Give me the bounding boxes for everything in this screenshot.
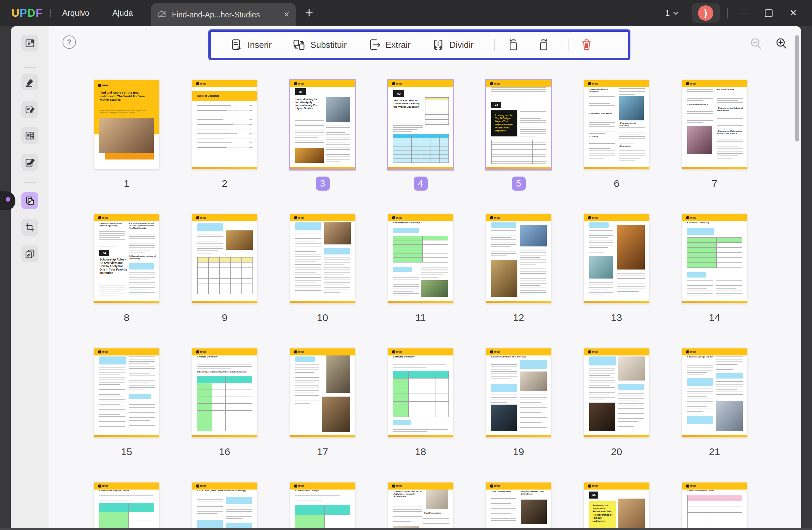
thumb-footer — [388, 167, 453, 169]
thumb-block-tx: • Pharmacology & Toxicology — [619, 122, 646, 126]
page-thumbnail-7[interactable]: UPDF• Applied Mathematics• Actuarial Sci… — [682, 80, 747, 170]
page-thumbnail-12[interactable]: UPDF — [486, 214, 551, 304]
page-cell-11: UPDF2. University of Cambridge11 — [388, 214, 453, 327]
page-thumbnail-4[interactable]: UPDF02The 10 Best Global Universities Le… — [388, 80, 453, 170]
sidebar-item-edit-pdf[interactable] — [21, 101, 38, 118]
thumb-block-ln — [520, 111, 546, 136]
new-tab-button[interactable]: + — [305, 0, 313, 26]
page-thumbnail-1[interactable]: UPDFFind and Apply For the Best Institut… — [94, 80, 159, 170]
thumb-block-ph — [687, 126, 712, 154]
page-cell-28: UPDFFamous Institutions in Europe28 — [682, 482, 747, 530]
thumb-block-tx: • Naval Architecture and Marine Engineer… — [99, 222, 125, 230]
thumb-footer — [486, 301, 551, 303]
thumb-block-tb — [99, 503, 155, 530]
vertical-scrollbar[interactable] — [795, 35, 799, 142]
page-thumbnail-8[interactable]: UPDF• Naval Architecture and Marine Engi… — [94, 214, 159, 304]
thumb-block-ph — [589, 256, 612, 279]
page-number-label: 18 — [415, 446, 426, 457]
thumb-block-ph — [716, 401, 743, 431]
page-thumbnail-6[interactable]: UPDF• Health and Medical Preparator• Pet… — [584, 80, 649, 170]
page-thumbnail-27[interactable]: UPDF05Reviewing the Application Period a… — [584, 482, 649, 530]
thumb-block-tx: Scholarship Rules - An Overview and How … — [99, 258, 127, 282]
page-thumbnail-21[interactable]: UPDF7. Imperial College London — [682, 348, 747, 438]
thumb-header: UPDF — [682, 483, 747, 489]
thumb-block-ph — [322, 397, 350, 432]
page-thumbnail-15[interactable]: UPDF — [94, 348, 159, 438]
page-thumbnail-9[interactable]: UPDF — [192, 214, 257, 304]
page-cell-4: UPDF02The 10 Best Global Universities Le… — [388, 80, 453, 193]
thumb-block-cy — [393, 228, 419, 233]
page-thumbnail-3[interactable]: UPDF01Understanding the Need to Apply In… — [290, 80, 355, 170]
minimize-button[interactable] — [735, 0, 753, 26]
document-tab[interactable]: Find-and-Ap...her-Studies ✕ — [151, 3, 296, 26]
thumb-block-ln — [619, 88, 645, 94]
menu-ajuda[interactable]: Ajuda — [112, 0, 133, 26]
thumb-block-cy — [687, 272, 706, 278]
thumb-block-ln — [295, 233, 321, 294]
thumb-footer — [584, 167, 649, 169]
thumb-block-ln — [619, 150, 645, 161]
thumb-block-ln — [129, 272, 155, 295]
taskbar-edge — [0, 528, 812, 530]
thumb-block-ln — [129, 234, 155, 253]
sidebar-item-organize-pages[interactable] — [21, 192, 38, 209]
page-thumbnail-25[interactable]: UPDF▪ Practical Tips to Help You In Appl… — [388, 482, 453, 530]
page-thumbnail-2[interactable]: UPDFTable of Contents — [192, 80, 257, 170]
thumb-block-cy — [520, 360, 547, 369]
thumb-block-tb — [393, 371, 449, 417]
page-number-label: 8 — [124, 312, 129, 323]
page-thumbnail-26[interactable]: UPDF• Add Distinctiveness• Prepare Flawl… — [486, 482, 551, 530]
sidebar-item-comment[interactable] — [21, 74, 38, 90]
thumb-header: UPDF — [290, 214, 355, 221]
page-thumbnail-22[interactable]: UPDF8. University College of London — [94, 482, 159, 530]
form-field-icon — [25, 130, 35, 141]
page-thumbnail-23[interactable]: UPDF9. ETH Zurich (Swiss Federal Institu… — [192, 482, 257, 530]
thumb-block-logo: UPDF — [98, 83, 114, 88]
sidebar-item-crop[interactable] — [21, 219, 38, 236]
edit-page-icon — [25, 104, 35, 115]
minimize-icon — [740, 13, 748, 13]
sidebar-item-reader[interactable] — [21, 35, 38, 51]
sidebar-item-sign[interactable] — [21, 154, 38, 171]
organize-pages-panel: ? Inserir — [48, 26, 801, 530]
page-thumbnail-11[interactable]: UPDF2. University of Cambridge — [388, 214, 453, 304]
page-thumbnail-16[interactable]: UPDF4. Oxford UniversityDifferent Types … — [192, 348, 257, 438]
page-thumbnail-28[interactable]: UPDFFamous Institutions in Europe — [682, 482, 747, 530]
sidebar-item-forms[interactable] — [21, 127, 38, 144]
thumb-header: UPDF — [192, 80, 257, 87]
page-number-label: 7 — [712, 178, 717, 189]
page-cell-17: UPDF17 — [290, 348, 355, 461]
window-page-indicator[interactable]: 1 — [665, 9, 679, 18]
page-thumbnail-19[interactable]: UPDF6. California Institute of Technolog… — [486, 348, 551, 438]
page-thumbnail-20[interactable]: UPDF — [584, 348, 649, 438]
thumb-block-ln — [295, 120, 324, 145]
thumb-header: UPDF — [682, 80, 747, 87]
page-thumbnail-18[interactable]: UPDF5. Harvard University — [388, 348, 453, 438]
close-button[interactable]: ✕ — [785, 0, 802, 26]
sidebar-item-ocr[interactable] — [21, 246, 38, 262]
close-icon: ✕ — [789, 9, 797, 18]
tab-close-icon[interactable]: ✕ — [284, 11, 290, 18]
thumb-block-cy — [687, 378, 713, 386]
logo-letter: D — [27, 7, 36, 19]
thumb-block-tx: 3. Stanford University — [687, 221, 726, 226]
menu-arquivo[interactable]: Arquivo — [62, 0, 89, 26]
thumb-block-ln — [520, 395, 547, 430]
page-thumbnail-14[interactable]: UPDF3. Stanford University — [682, 214, 747, 304]
thumb-block-ln — [716, 356, 743, 370]
thumb-block-ln — [589, 368, 615, 400]
logo-letter: P — [20, 7, 27, 19]
account-button[interactable]: ) — [692, 3, 720, 23]
page-thumbnail-10[interactable]: UPDF — [290, 214, 355, 304]
thumb-block-tx: Discover The Best Educational Institute … — [99, 110, 150, 118]
page-thumbnail-24[interactable]: UPDF10. University of Chicago — [290, 482, 355, 530]
thumb-block-ln — [687, 109, 713, 123]
thumb-block-cy — [226, 497, 251, 504]
page-thumbnail-5[interactable]: UPDF03Looking Into the Top 10 Subject Ma… — [486, 80, 551, 170]
thumb-block-cy — [687, 228, 714, 235]
maximize-button[interactable] — [760, 0, 777, 26]
thumb-block-ln — [491, 496, 516, 523]
page-thumbnail-17[interactable]: UPDF — [290, 348, 355, 438]
page-thumbnail-13[interactable]: UPDF — [584, 214, 649, 304]
avatar: ) — [698, 5, 713, 21]
